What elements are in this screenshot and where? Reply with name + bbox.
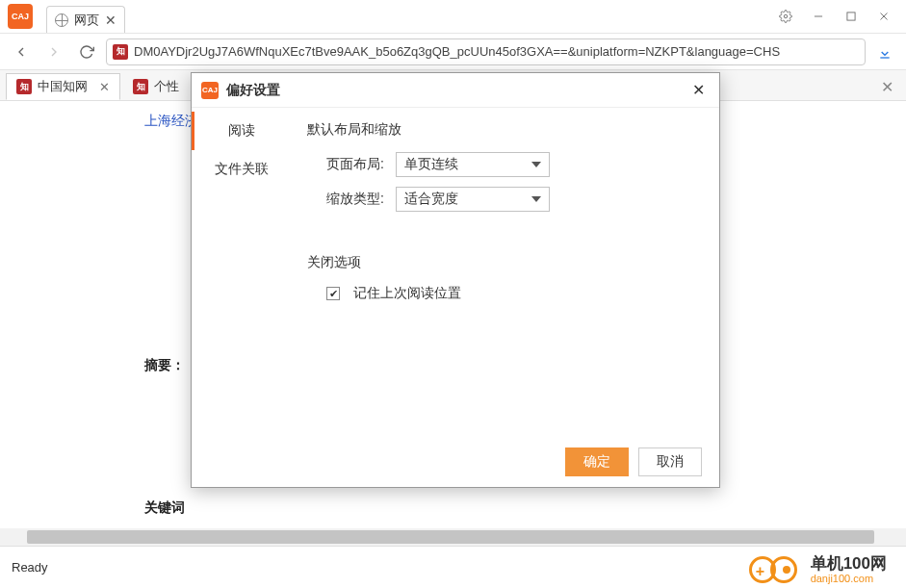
dialog-close-button[interactable]: ✕ [686,79,710,102]
download-button[interactable] [871,38,898,65]
layout-label: 页面布局: [307,156,384,173]
globe-icon [55,13,68,27]
minimize-icon [812,10,825,23]
app-tab[interactable]: 网页 ✕ [46,6,125,33]
close-window-button[interactable] [869,2,898,31]
status-text: Ready [12,560,48,575]
tab-cnki-home[interactable]: 知 中国知网 ✕ [6,73,120,100]
tab-label: 个性 [154,78,179,95]
horizontal-scrollbar[interactable] [0,528,906,546]
cancel-button[interactable]: 取消 [638,447,702,476]
settings-button[interactable] [771,2,800,31]
window-titlebar: CAJ 网页 ✕ [0,0,906,34]
preferences-dialog: CAJ 偏好设置 ✕ 阅读 文件关联 默认布局和缩放 页面布局: 单页连续 缩放… [191,72,720,488]
back-button[interactable] [8,38,35,65]
close-icon[interactable]: ✕ [105,13,116,28]
app-logo-icon: CAJ [8,4,33,29]
watermark-title: 单机100网 [811,555,887,574]
maximize-icon [844,10,858,23]
svg-point-0 [784,14,788,18]
dialog-title: 偏好设置 [226,82,280,99]
remember-position-checkbox[interactable]: ✔ [326,287,340,300]
sidebar-item-reading[interactable]: 阅读 [192,112,288,150]
chevron-down-icon [531,162,541,167]
url-field[interactable]: 知 [106,38,866,65]
chevron-down-icon [531,196,541,202]
svg-rect-2 [847,13,855,20]
cnki-favicon-icon: 知 [133,79,148,94]
watermark-logo-icon: + [749,553,803,586]
ok-button[interactable]: 确定 [565,447,629,476]
layout-value: 单页连续 [404,156,458,173]
arrow-right-icon [46,44,62,60]
scrollbar-thumb[interactable] [27,530,874,544]
dialog-titlebar: CAJ 偏好设置 ✕ [192,73,719,108]
remember-position-label: 记住上次阅读位置 [353,285,461,302]
zoom-label: 缩放类型: [307,191,384,208]
forward-button[interactable] [40,38,67,65]
maximize-button[interactable] [837,2,866,31]
tab-personal[interactable]: 知 个性 [122,73,190,100]
url-input[interactable] [134,44,859,59]
reload-icon [79,44,94,60]
dialog-sidebar: 阅读 文件关联 [192,108,288,437]
section-layout-title: 默认布局和缩放 [307,121,700,139]
minimize-button[interactable] [804,2,833,31]
cnki-favicon-icon: 知 [16,79,32,94]
keywords-label: 关键词 [144,494,221,521]
app-logo-icon: CAJ [201,82,219,99]
arrow-left-icon [13,44,29,60]
zoom-value: 适合宽度 [404,191,458,208]
reload-button[interactable] [73,38,100,65]
section-close-title: 关闭选项 [307,254,700,271]
tab-label: 中国知网 [38,78,88,95]
watermark-url: danji100.com [811,573,887,584]
close-icon[interactable]: ✕ [99,80,110,94]
dialog-main: 默认布局和缩放 页面布局: 单页连续 缩放类型: 适合宽度 关闭选项 ✔ [288,108,719,437]
app-tab-label: 网页 [74,12,99,29]
dialog-footer: 确定 取消 [192,437,719,487]
zoom-select[interactable]: 适合宽度 [396,187,550,212]
address-bar: 知 [0,34,906,70]
layout-select[interactable]: 单页连续 [396,152,550,177]
watermark: + 单机100网 danji100.com [749,553,887,586]
sidebar-item-file-assoc[interactable]: 文件关联 [192,150,288,189]
close-all-tabs-button[interactable]: ✕ [873,73,900,100]
gear-icon [779,10,792,23]
close-icon [877,10,891,23]
download-icon [877,44,893,60]
site-favicon-icon: 知 [113,44,128,60]
